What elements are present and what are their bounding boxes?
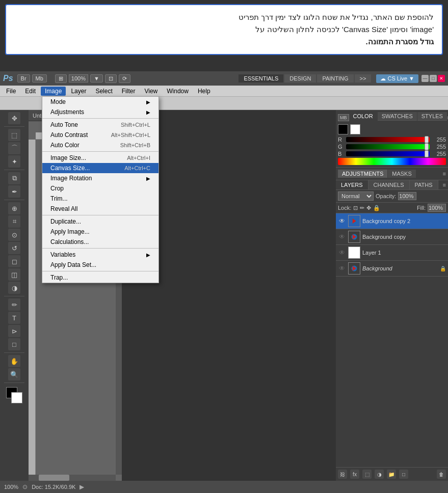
menu-calculations[interactable]: Calculations...: [42, 237, 159, 247]
layer-visibility-bg-copy2[interactable]: 👁: [338, 217, 346, 225]
b-slider[interactable]: [346, 151, 430, 156]
tab-adjustments[interactable]: ADJUSTMENTS: [338, 170, 387, 178]
fg-swatch[interactable]: [338, 124, 348, 134]
lock-image-icon[interactable]: ✏: [360, 205, 364, 211]
menu-select[interactable]: Select: [91, 87, 116, 96]
lock-position-icon[interactable]: ✥: [366, 205, 371, 211]
layer-item-bg-copy2[interactable]: 👁 Background copy 2: [336, 213, 448, 229]
menu-file[interactable]: File: [2, 87, 20, 96]
lock-transparent-icon[interactable]: ⊡: [353, 205, 358, 211]
menu-view[interactable]: View: [140, 87, 162, 96]
opacity-input[interactable]: [398, 192, 416, 200]
tool-path[interactable]: ⊳: [8, 325, 20, 337]
tool-eyedropper[interactable]: ✒: [8, 185, 20, 198]
tool-marquee[interactable]: ⬚: [8, 129, 20, 141]
cs-live-button[interactable]: ☁ CS Live ▼: [376, 74, 418, 83]
menu-variables[interactable]: Variables ▶: [42, 250, 159, 260]
menu-auto-tone[interactable]: Auto Tone Shift+Ctrl+L: [42, 120, 159, 130]
blend-mode-select[interactable]: Normal Multiply Screen: [338, 191, 374, 201]
menu-auto-color[interactable]: Auto Color Shift+Ctrl+B: [42, 140, 159, 150]
add-style-btn[interactable]: fx: [350, 470, 359, 479]
layer-item-layer1[interactable]: 👁 Layer 1: [336, 245, 448, 261]
menu-edit[interactable]: Edit: [21, 87, 40, 96]
status-icon[interactable]: ⊙: [22, 483, 28, 490]
menu-image[interactable]: Image: [41, 87, 66, 96]
tool-shape[interactable]: □: [8, 338, 20, 350]
menu-layer[interactable]: Layer: [67, 87, 90, 96]
menu-canvas-size[interactable]: Canvas Size... Alt+Ctrl+C: [42, 163, 159, 173]
r-slider[interactable]: [346, 137, 430, 142]
link-layers-btn[interactable]: ⛓: [338, 470, 347, 479]
tab-color[interactable]: COLOR: [349, 112, 377, 121]
adj-layer-btn[interactable]: ◑: [375, 470, 384, 479]
menu-apply-data-set[interactable]: Apply Data Set...: [42, 260, 159, 270]
layers-panel-menu[interactable]: ≡: [443, 182, 446, 188]
background-color[interactable]: [11, 392, 22, 403]
tab-masks[interactable]: MASKS: [388, 170, 416, 178]
menu-image-rotation[interactable]: Image Rotation ▶: [42, 173, 159, 183]
tool-hand[interactable]: ✋: [8, 355, 20, 367]
tab-channels[interactable]: CHANNELS: [368, 180, 410, 189]
menu-help[interactable]: Help: [194, 87, 215, 96]
tab-paths[interactable]: PATHS: [410, 180, 438, 189]
layer-visibility-layer1[interactable]: 👁: [338, 249, 346, 257]
group-layers-btn[interactable]: 📁: [387, 470, 396, 479]
fill-input[interactable]: [428, 204, 446, 212]
tool-heal[interactable]: ⊕: [8, 202, 20, 214]
menu-apply-image[interactable]: Apply Image...: [42, 227, 159, 237]
window-maximize[interactable]: □: [430, 75, 437, 82]
tool-gradient[interactable]: ◫: [8, 268, 20, 281]
g-slider[interactable]: [346, 144, 430, 149]
scrollbar-horizontal[interactable]: [29, 475, 116, 481]
tool-eraser[interactable]: ◻: [8, 255, 20, 267]
layout-button[interactable]: ⊞: [55, 74, 67, 83]
menu-crop[interactable]: Crop: [42, 183, 159, 194]
delete-layer-btn[interactable]: 🗑: [437, 470, 446, 479]
rotate-button[interactable]: ⟳: [119, 74, 130, 83]
menu-mode[interactable]: Mode ▶: [42, 97, 159, 107]
window-close[interactable]: ✕: [438, 75, 445, 82]
ws-design[interactable]: DESIGN: [284, 74, 316, 83]
menu-image-size[interactable]: Image Size... Alt+Ctrl+I: [42, 153, 159, 163]
menu-reveal-all[interactable]: Reveal All: [42, 204, 159, 214]
menu-trim[interactable]: Trim...: [42, 194, 159, 204]
menu-auto-contrast[interactable]: Auto Contrast Alt+Shift+Ctrl+L: [42, 130, 159, 140]
layer-item-background[interactable]: 👁 Background 🔒: [336, 261, 448, 277]
tool-brush[interactable]: ⌗: [8, 215, 20, 228]
add-mask-btn[interactable]: ⬚: [362, 470, 372, 479]
adj-panel-menu[interactable]: ≡: [443, 171, 446, 177]
tab-swatches[interactable]: SWATCHES: [378, 112, 417, 121]
layer-visibility-bg-copy[interactable]: 👁: [338, 233, 346, 241]
tab-layers[interactable]: LAYERS: [336, 180, 368, 189]
mb-button[interactable]: Mb: [32, 74, 47, 83]
tool-move[interactable]: ✥: [8, 112, 20, 124]
ws-essentials[interactable]: ESSENTIALS: [239, 74, 283, 83]
tool-history[interactable]: ↺: [8, 242, 20, 254]
tool-crop[interactable]: ⧉: [8, 172, 20, 184]
menu-duplicate[interactable]: Duplicate...: [42, 216, 159, 227]
tool-zoom[interactable]: 🔍: [8, 368, 20, 380]
window-minimize[interactable]: —: [421, 75, 429, 82]
bridge-button[interactable]: Br: [17, 74, 30, 83]
ws-painting[interactable]: PAINTING: [317, 74, 353, 83]
new-layer-btn[interactable]: □: [399, 470, 408, 479]
color-picker[interactable]: [6, 387, 22, 403]
menu-adjustments[interactable]: Adjustments ▶: [42, 107, 159, 117]
bg-swatch[interactable]: [350, 124, 360, 134]
lock-all-icon[interactable]: 🔒: [373, 205, 380, 211]
menu-trap[interactable]: Trap...: [42, 272, 159, 283]
zoom-dropdown[interactable]: ▼: [90, 74, 103, 83]
menu-window[interactable]: Window: [163, 87, 193, 96]
tab-styles[interactable]: STYLES: [417, 112, 447, 121]
tool-dodge[interactable]: ◑: [8, 282, 20, 294]
status-forward-arrow[interactable]: ▶: [80, 483, 84, 490]
color-spectrum-bar[interactable]: [338, 158, 446, 165]
tool-pen[interactable]: ✏: [8, 298, 20, 311]
tool-stamp[interactable]: ⊙: [8, 229, 20, 241]
tool-magic-wand[interactable]: ✦: [8, 155, 20, 168]
layer-visibility-background[interactable]: 👁: [338, 264, 346, 272]
ws-more[interactable]: >>: [355, 74, 372, 83]
tool-type[interactable]: T: [8, 312, 20, 324]
tool-lasso[interactable]: ⌒: [8, 142, 20, 154]
view-button[interactable]: ⊡: [105, 74, 117, 83]
